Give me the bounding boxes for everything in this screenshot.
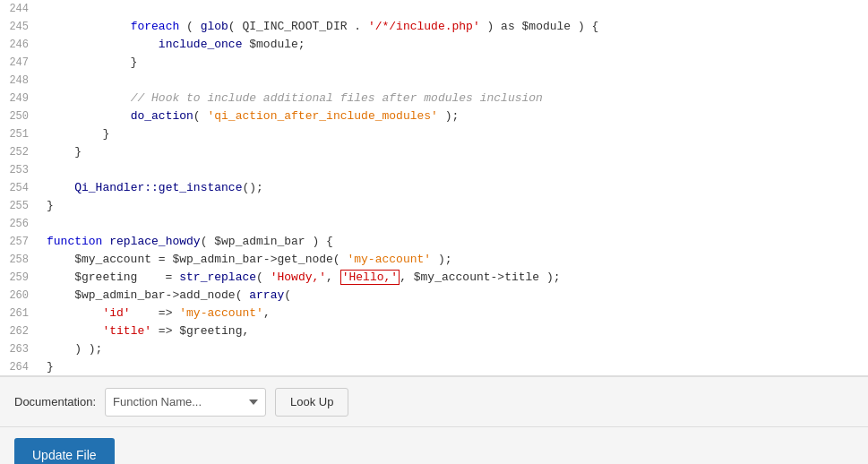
code-token: ( (284, 288, 291, 302)
line-content: 'id' => 'my-account', (43, 305, 868, 322)
line-number: 263 (0, 340, 43, 358)
code-line: 254 Qi_Handler::get_instance(); (0, 179, 868, 197)
code-line: 248 (0, 72, 868, 90)
code-token: } (47, 199, 54, 212)
code-token: ) ); (47, 342, 102, 356)
code-token: // Hook to include additional files afte… (131, 91, 543, 105)
code-token (47, 109, 131, 123)
code-token (47, 38, 159, 51)
update-bar: Update File (0, 426, 868, 464)
code-token: foreach (131, 20, 180, 33)
code-token: 'title' (102, 324, 151, 338)
code-line: 259 $greeting = str_replace( 'Howdy,', '… (0, 269, 868, 287)
lookup-button[interactable]: Look Up (275, 388, 348, 417)
code-token (47, 306, 102, 320)
line-content: do_action( 'qi_action_after_include_modu… (43, 107, 868, 125)
line-content: Qi_Handler::get_instance(); (43, 179, 868, 197)
code-token: => $greeting, (151, 324, 249, 338)
line-number: 258 (0, 251, 43, 269)
line-number: 260 (0, 287, 43, 305)
line-number: 261 (0, 305, 43, 322)
code-token: } (47, 127, 109, 141)
code-line: 263 ) ); (0, 340, 868, 358)
code-token (47, 324, 102, 338)
code-token: 'my-account' (347, 253, 431, 266)
line-number: 264 (0, 358, 43, 376)
code-token: str_replace (179, 271, 256, 284)
code-token: => (131, 306, 180, 320)
code-line: 249 // Hook to include additional files … (0, 90, 868, 107)
documentation-bar: Documentation: Function Name... Look Up (0, 376, 868, 426)
code-token: glob (201, 20, 228, 33)
line-content: } (43, 358, 868, 376)
code-token: , (263, 306, 271, 320)
code-token: ); (438, 109, 459, 123)
line-number: 262 (0, 322, 43, 340)
code-line: 250 do_action( 'qi_action_after_include_… (0, 107, 868, 125)
code-token: Qi_Handler::get_instance (74, 181, 242, 194)
code-token: ); (431, 253, 451, 266)
code-token: ( (179, 20, 200, 33)
code-line: 251 } (0, 125, 868, 143)
code-line: 256 (0, 215, 868, 233)
code-token: array (249, 288, 284, 302)
code-line: 247 } (0, 54, 868, 72)
code-editor: 244245 foreach ( glob( QI_INC_ROOT_DIR .… (0, 0, 868, 376)
highlighted-token: 'Hello,' (340, 270, 400, 285)
code-token: $module; (242, 38, 305, 51)
code-token: } (47, 56, 137, 69)
line-number: 248 (0, 72, 43, 90)
line-number: 250 (0, 107, 43, 125)
code-token: ( QI_INC_ROOT_DIR . (228, 20, 368, 33)
code-token: $my_account = $wp_admin_bar->get_node( (47, 253, 347, 266)
line-number: 251 (0, 125, 43, 143)
code-line: 261 'id' => 'my-account', (0, 305, 868, 322)
code-token (47, 181, 74, 194)
line-content: } (43, 54, 868, 72)
code-token: replace_howdy (109, 235, 200, 248)
function-name-select[interactable]: Function Name... (105, 388, 266, 417)
code-token: ( $wp_admin_bar ) { (201, 235, 333, 248)
code-token: include_once (159, 38, 243, 51)
line-number: 256 (0, 215, 43, 233)
line-number: 244 (0, 0, 43, 18)
line-number: 245 (0, 18, 43, 36)
code-token: $greeting = (47, 271, 179, 284)
line-number: 257 (0, 233, 43, 251)
line-content: $wp_admin_bar->add_node( array( (43, 287, 868, 305)
code-token: } (47, 145, 82, 159)
line-content: } (43, 197, 868, 215)
code-line: 260 $wp_admin_bar->add_node( array( (0, 287, 868, 305)
code-line: 258 $my_account = $wp_admin_bar->get_nod… (0, 251, 868, 269)
line-number: 255 (0, 197, 43, 215)
code-line: 257function replace_howdy( $wp_admin_bar… (0, 233, 868, 251)
line-number: 249 (0, 90, 43, 107)
line-content: } (43, 143, 868, 161)
line-number: 259 (0, 269, 43, 287)
code-line: 264} (0, 358, 868, 376)
line-content: $my_account = $wp_admin_bar->get_node( '… (43, 251, 868, 269)
code-line: 245 foreach ( glob( QI_INC_ROOT_DIR . '/… (0, 18, 868, 36)
code-token: 'my-account' (179, 306, 263, 320)
code-line: 255} (0, 197, 868, 215)
code-token: ( (193, 109, 208, 123)
code-line: 246 include_once $module; (0, 36, 868, 54)
line-number: 252 (0, 143, 43, 161)
code-token (47, 91, 131, 105)
code-token: , (326, 271, 340, 284)
code-token: , $my_account->title ); (400, 271, 560, 284)
line-content: } (43, 125, 868, 143)
code-line: 253 (0, 161, 868, 179)
line-content: foreach ( glob( QI_INC_ROOT_DIR . '/*/in… (43, 18, 868, 36)
line-content: ) ); (43, 340, 868, 358)
update-file-button[interactable]: Update File (14, 438, 115, 465)
code-token: '/*/include.php' (368, 20, 480, 33)
line-content: function replace_howdy( $wp_admin_bar ) … (43, 233, 868, 251)
code-token: $wp_admin_bar->add_node( (47, 288, 249, 302)
documentation-label: Documentation: (14, 395, 96, 408)
code-token: (); (242, 181, 262, 194)
line-number: 254 (0, 179, 43, 197)
code-token: } (47, 360, 54, 374)
code-line: 244 (0, 0, 868, 18)
line-number: 253 (0, 161, 43, 179)
